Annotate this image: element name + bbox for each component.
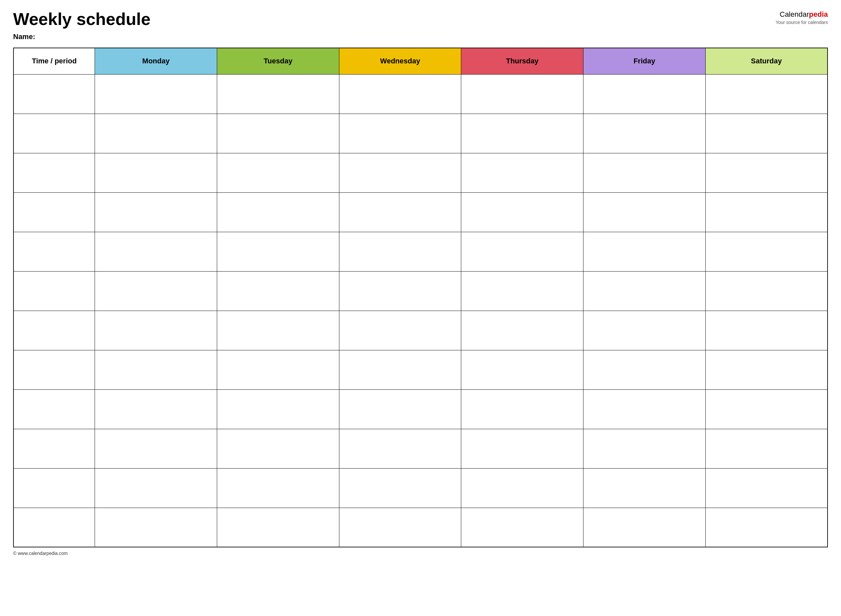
schedule-cell[interactable] — [217, 507, 339, 547]
schedule-cell[interactable] — [339, 232, 461, 271]
schedule-cell[interactable] — [217, 271, 339, 311]
schedule-cell[interactable] — [583, 468, 706, 507]
table-row — [13, 192, 828, 232]
schedule-cell[interactable] — [461, 311, 583, 350]
time-cell[interactable] — [13, 311, 95, 350]
schedule-cell[interactable] — [705, 232, 828, 271]
schedule-cell[interactable] — [339, 74, 461, 114]
col-header-thursday: Thursday — [461, 48, 583, 74]
schedule-cell[interactable] — [339, 468, 461, 507]
footer-url: © www.calendarpedia.com — [13, 551, 68, 556]
header: Weekly schedule Name: Calendarpedia Your… — [13, 10, 828, 41]
schedule-cell[interactable] — [461, 114, 583, 153]
col-header-saturday: Saturday — [705, 48, 828, 74]
schedule-cell[interactable] — [95, 389, 217, 429]
schedule-cell[interactable] — [461, 429, 583, 468]
schedule-cell[interactable] — [217, 468, 339, 507]
schedule-cell[interactable] — [217, 429, 339, 468]
time-cell[interactable] — [13, 429, 95, 468]
table-row — [13, 389, 828, 429]
schedule-cell[interactable] — [705, 153, 828, 192]
schedule-cell[interactable] — [461, 192, 583, 232]
schedule-cell[interactable] — [583, 192, 706, 232]
schedule-cell[interactable] — [461, 271, 583, 311]
schedule-cell[interactable] — [705, 468, 828, 507]
logo-pedia-text: pedia — [809, 10, 828, 18]
schedule-cell[interactable] — [95, 468, 217, 507]
schedule-cell[interactable] — [705, 507, 828, 547]
schedule-cell[interactable] — [461, 507, 583, 547]
schedule-cell[interactable] — [461, 232, 583, 271]
schedule-cell[interactable] — [217, 350, 339, 389]
schedule-cell[interactable] — [705, 192, 828, 232]
time-cell[interactable] — [13, 192, 95, 232]
schedule-cell[interactable] — [461, 468, 583, 507]
schedule-cell[interactable] — [583, 74, 706, 114]
schedule-cell[interactable] — [339, 507, 461, 547]
table-row — [13, 114, 828, 153]
col-header-time: Time / period — [13, 48, 95, 74]
schedule-cell[interactable] — [339, 192, 461, 232]
logo: Calendarpedia — [776, 10, 828, 19]
schedule-cell[interactable] — [583, 350, 706, 389]
schedule-cell[interactable] — [583, 153, 706, 192]
schedule-cell[interactable] — [95, 271, 217, 311]
schedule-cell[interactable] — [217, 74, 339, 114]
schedule-cell[interactable] — [705, 114, 828, 153]
schedule-cell[interactable] — [95, 74, 217, 114]
schedule-cell[interactable] — [339, 350, 461, 389]
schedule-cell[interactable] — [583, 114, 706, 153]
schedule-cell[interactable] — [461, 389, 583, 429]
schedule-cell[interactable] — [95, 232, 217, 271]
schedule-cell[interactable] — [705, 271, 828, 311]
schedule-cell[interactable] — [461, 153, 583, 192]
time-cell[interactable] — [13, 507, 95, 547]
schedule-cell[interactable] — [95, 350, 217, 389]
time-cell[interactable] — [13, 114, 95, 153]
time-cell[interactable] — [13, 350, 95, 389]
schedule-cell[interactable] — [95, 153, 217, 192]
title-section: Weekly schedule Name: — [13, 10, 150, 41]
schedule-cell[interactable] — [95, 192, 217, 232]
schedule-cell[interactable] — [95, 311, 217, 350]
table-row — [13, 271, 828, 311]
schedule-cell[interactable] — [705, 429, 828, 468]
schedule-cell[interactable] — [583, 232, 706, 271]
time-cell[interactable] — [13, 232, 95, 271]
logo-section: Calendarpedia Your source for calendars — [776, 10, 828, 25]
schedule-cell[interactable] — [217, 114, 339, 153]
table-row — [13, 350, 828, 389]
schedule-cell[interactable] — [95, 507, 217, 547]
schedule-cell[interactable] — [339, 153, 461, 192]
schedule-cell[interactable] — [583, 311, 706, 350]
schedule-cell[interactable] — [95, 429, 217, 468]
schedule-cell[interactable] — [461, 74, 583, 114]
schedule-cell[interactable] — [705, 389, 828, 429]
table-row — [13, 468, 828, 507]
schedule-cell[interactable] — [339, 271, 461, 311]
schedule-cell[interactable] — [705, 74, 828, 114]
time-cell[interactable] — [13, 271, 95, 311]
schedule-cell[interactable] — [339, 114, 461, 153]
schedule-cell[interactable] — [705, 350, 828, 389]
schedule-cell[interactable] — [339, 311, 461, 350]
schedule-cell[interactable] — [461, 350, 583, 389]
time-cell[interactable] — [13, 389, 95, 429]
schedule-cell[interactable] — [583, 271, 706, 311]
schedule-cell[interactable] — [339, 389, 461, 429]
schedule-cell[interactable] — [583, 507, 706, 547]
time-cell[interactable] — [13, 153, 95, 192]
schedule-cell[interactable] — [217, 232, 339, 271]
schedule-cell[interactable] — [217, 311, 339, 350]
schedule-cell[interactable] — [583, 389, 706, 429]
schedule-cell[interactable] — [583, 429, 706, 468]
time-cell[interactable] — [13, 468, 95, 507]
time-cell[interactable] — [13, 74, 95, 114]
schedule-cell[interactable] — [217, 153, 339, 192]
schedule-cell[interactable] — [217, 389, 339, 429]
schedule-cell[interactable] — [95, 114, 217, 153]
col-header-wednesday: Wednesday — [339, 48, 461, 74]
schedule-cell[interactable] — [705, 311, 828, 350]
schedule-cell[interactable] — [339, 429, 461, 468]
schedule-cell[interactable] — [217, 192, 339, 232]
